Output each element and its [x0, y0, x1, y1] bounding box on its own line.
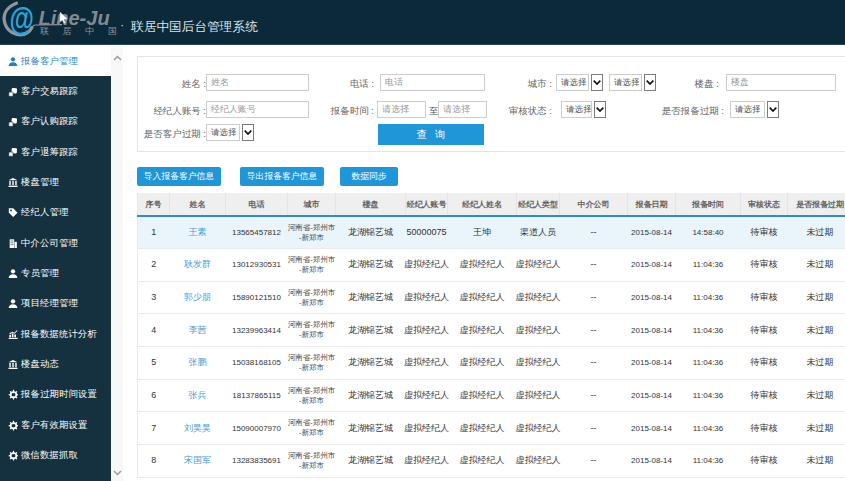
- sidebar-item-label: 客户交易跟踪: [21, 85, 78, 98]
- customer-name-link[interactable]: 张兵: [189, 390, 207, 400]
- sidebar-item-5[interactable]: 楼盘管理: [0, 167, 111, 197]
- cell: 虚拟经纪人: [406, 281, 448, 314]
- report-time-from-input[interactable]: 请选择: [377, 101, 426, 118]
- cell: 未过期: [788, 281, 845, 314]
- cell: 18137865115: [226, 379, 288, 412]
- sidebar-item-label: 客户认购跟踪: [21, 115, 78, 128]
- sidebar-item-12[interactable]: 报备过期时间设置: [0, 380, 111, 410]
- report-table: 序号姓名电话城市楼盘经纪人账号经纪人姓名经纪人类型中介公司报备日期报备时间审核状…: [137, 193, 845, 478]
- customer-name-link[interactable]: 郭少朋: [184, 292, 211, 302]
- action-buttons: 导入报备客户信息 导出报备客户信息 数据同步: [137, 167, 398, 186]
- city-province-select[interactable]: 请选择: [556, 74, 603, 91]
- bank-icon: [8, 359, 18, 371]
- person-icon: [8, 55, 18, 67]
- gear-icon: [8, 450, 18, 462]
- table-row[interactable]: 4李茜13239963414河南省-郑州市-新郑市龙湖锦艺城虚拟经纪人虚拟经纪人…: [138, 314, 845, 347]
- sidebar-item-label: 楼盘动态: [21, 358, 59, 371]
- table-row[interactable]: 7刘昊昊15090007970河南省-郑州市-新郑市龙湖锦艺城虚拟经纪人虚拟经纪…: [138, 412, 845, 445]
- report-expired-select[interactable]: 请选择: [730, 101, 779, 118]
- customer-name-link[interactable]: 王素: [189, 227, 207, 237]
- name-label: 姓名 :: [182, 78, 206, 91]
- cell: 虚拟经纪人: [406, 444, 448, 477]
- title-separator: ·: [120, 17, 124, 32]
- customer-name-link[interactable]: 张鹏: [189, 357, 207, 367]
- cell: 未过期: [788, 379, 845, 412]
- column-header: 经纪人账号: [406, 193, 448, 216]
- cell: 2015-08-14: [628, 249, 676, 282]
- table-row[interactable]: 2耿发群13012930531河南省-郑州市-新郑市龙湖锦艺城虚拟经纪人虚拟经纪…: [138, 249, 845, 282]
- boxes-icon: [8, 86, 18, 98]
- sidebar-item-label: 客户有效期设置: [21, 419, 87, 432]
- import-button[interactable]: 导入报备客户信息: [137, 167, 221, 186]
- sidebar-item-label: 报备过期时间设置: [21, 388, 97, 401]
- report-expired-arrow-icon[interactable]: [767, 101, 779, 118]
- table-row[interactable]: 6张兵18137865115河南省-郑州市-新郑市龙湖锦艺城虚拟经纪人虚拟经纪人…: [138, 379, 845, 412]
- sidebar-item-9[interactable]: 项目经理管理: [0, 289, 111, 319]
- cell: 虚拟经纪人: [406, 347, 448, 380]
- report-time-to-input[interactable]: 请选择: [438, 101, 487, 118]
- cell: 虚拟经纪人: [517, 347, 560, 380]
- city-city-select[interactable]: 请选择: [609, 74, 656, 91]
- scrollbar-up-icon[interactable]: [111, 52, 123, 64]
- building-input[interactable]: 楼盘: [726, 74, 836, 91]
- city-city-arrow-icon[interactable]: [644, 74, 656, 91]
- scrollbar-down-icon[interactable]: [111, 467, 123, 479]
- sidebar-item-label: 经纪人管理: [21, 206, 68, 219]
- customer-name-link[interactable]: 宋国军: [184, 455, 211, 465]
- table-row[interactable]: 1王素13565457812河南省-郑州市-新郑市龙湖锦艺城50000075王坤…: [138, 216, 845, 249]
- sidebar-item-13[interactable]: 客户有效期设置: [0, 410, 111, 440]
- sidebar-item-label: 中介公司管理: [21, 237, 78, 250]
- cell: 2015-08-14: [628, 412, 676, 445]
- cell: 未过期: [788, 216, 845, 249]
- sidebar-item-4[interactable]: 客户退筹跟踪: [0, 137, 111, 167]
- audit-status-value: 请选择: [561, 101, 592, 118]
- sidebar-item-6[interactable]: 经纪人管理: [0, 198, 111, 228]
- sidebar-item-8[interactable]: 专员管理: [0, 258, 111, 288]
- sidebar-item-10[interactable]: 报备数据统计分析: [0, 319, 111, 349]
- cell: 2015-08-14: [628, 216, 676, 249]
- sidebar-item-label: 微信数据抓取: [21, 449, 78, 462]
- sidebar-item-3[interactable]: 客户认购跟踪: [0, 107, 111, 137]
- customer-name-link[interactable]: 李茜: [189, 325, 207, 335]
- logo-brand-sub: 联居中国: [40, 26, 130, 36]
- sidebar-item-14[interactable]: 微信数据抓取: [0, 440, 111, 470]
- cell: 2015-08-14: [628, 281, 676, 314]
- customer-expired-arrow-icon[interactable]: [242, 124, 254, 141]
- gear-icon: [8, 419, 18, 431]
- customer-name-link[interactable]: 刘昊昊: [184, 423, 211, 433]
- phone-input[interactable]: 电话: [380, 74, 485, 91]
- agent-account-input[interactable]: 经纪人账号: [206, 101, 309, 118]
- audit-status-select[interactable]: 请选择: [561, 101, 606, 118]
- sidebar-item-11[interactable]: 楼盘动态: [0, 349, 111, 379]
- audit-status-label: 审核状态 :: [488, 105, 552, 118]
- cell: 未过期: [788, 249, 845, 282]
- sidebar-item-label: 楼盘管理: [21, 176, 59, 189]
- tag-icon: [8, 207, 18, 219]
- cell: 13012930531: [226, 249, 288, 282]
- sidebar-scrollbar[interactable]: [111, 46, 123, 481]
- building-label: 楼盘 :: [658, 78, 719, 91]
- sidebar-item-label: 项目经理管理: [21, 297, 78, 310]
- table-row[interactable]: 8宋国军13283835691河南省-郑州市-新郑市龙湖锦艺城虚拟经纪人虚拟经纪…: [138, 444, 845, 477]
- customer-name-link[interactable]: 耿发群: [184, 259, 211, 269]
- cell: 虚拟经纪人: [517, 249, 560, 282]
- audit-status-arrow-icon[interactable]: [594, 101, 606, 118]
- sidebar-item-7[interactable]: 中介公司管理: [0, 228, 111, 258]
- export-button[interactable]: 导出报备客户信息: [240, 167, 324, 186]
- sidebar-item-1[interactable]: 报备客户管理: [0, 46, 111, 76]
- chart-icon: [8, 328, 18, 340]
- boxes-icon: [8, 146, 18, 158]
- customer-expired-select[interactable]: 请选择: [206, 124, 254, 141]
- report-expired-label: 是否报备过期 :: [658, 105, 724, 118]
- table-row[interactable]: 3郭少朋15890121510河南省-郑州市-新郑市龙湖锦艺城虚拟经纪人虚拟经纪…: [138, 281, 845, 314]
- name-input[interactable]: 姓名: [206, 74, 309, 91]
- boxes-icon: [8, 116, 18, 128]
- table-row[interactable]: 5张鹏15038168105河南省-郑州市-新郑市龙湖锦艺城虚拟经纪人虚拟经纪人…: [138, 347, 845, 380]
- site-title: 联居中国后台管理系统: [131, 19, 258, 36]
- cell: 15090007970: [226, 412, 288, 445]
- sidebar-item-2[interactable]: 客户交易跟踪: [0, 76, 111, 106]
- city-province-arrow-icon[interactable]: [591, 74, 603, 91]
- sync-button[interactable]: 数据同步: [340, 167, 398, 186]
- office-icon: [8, 237, 18, 249]
- search-button[interactable]: 查询: [378, 124, 484, 145]
